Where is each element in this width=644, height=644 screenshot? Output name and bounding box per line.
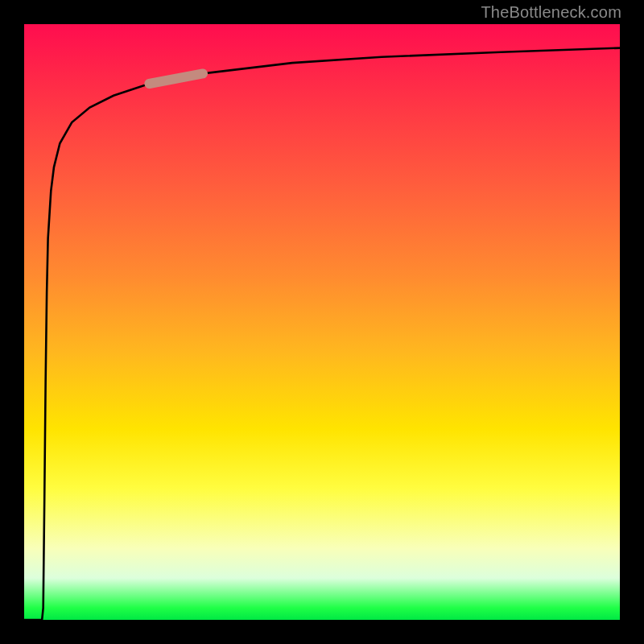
plot-area bbox=[24, 24, 620, 620]
highlight-segment bbox=[149, 73, 203, 84]
curve-svg bbox=[24, 24, 620, 620]
curve-path bbox=[24, 48, 620, 620]
watermark-text: TheBottleneck.com bbox=[481, 3, 621, 22]
chart-stage: TheBottleneck.com bbox=[0, 0, 644, 644]
